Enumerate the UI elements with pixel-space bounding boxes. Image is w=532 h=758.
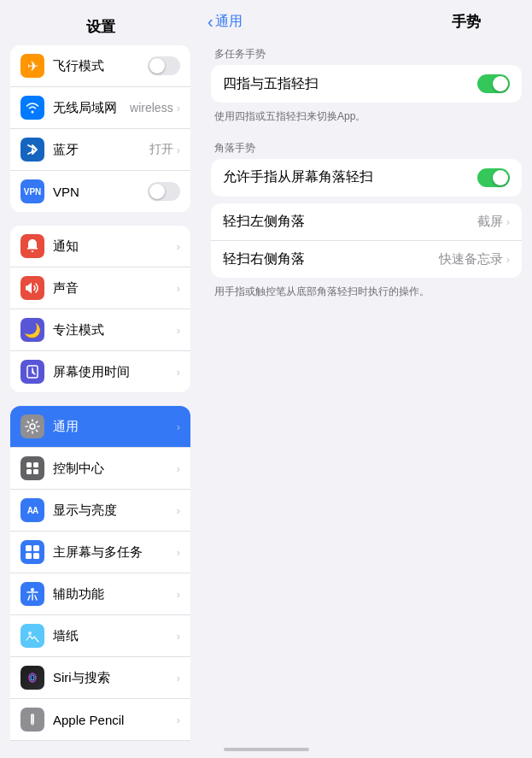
svg-rect-2	[26, 462, 32, 467]
svg-point-13	[31, 675, 34, 680]
sidebar-item-label: VPN	[53, 185, 148, 199]
right-panel-title: 手势	[452, 12, 481, 32]
pencil-icon	[20, 708, 44, 732]
chevron-icon: ›	[177, 324, 180, 337]
chevron-icon: ›	[506, 253, 510, 266]
chevron-icon: ›	[177, 144, 180, 156]
wallpaper-icon	[20, 624, 44, 648]
bluetooth-icon	[20, 138, 44, 162]
chevron-icon: ›	[177, 366, 180, 379]
sidebar-item-label: 显示与亮度	[53, 502, 177, 519]
sidebar-item-accessibility[interactable]: 辅助功能 ›	[10, 573, 190, 615]
back-chevron-icon: ‹	[208, 12, 213, 32]
right-section-swipe: 轻扫左侧角落 截屏 › 轻扫右侧角落 快速备忘录 › 用手指或触控笔从底部角落轻…	[201, 203, 532, 309]
sidebar-item-label: 蓝牙	[53, 142, 149, 158]
chevron-icon: ›	[177, 546, 180, 559]
sidebar-item-siri[interactable]: Siri与搜索 ›	[10, 657, 190, 699]
screentime-icon	[20, 360, 44, 384]
sidebar-item-focus[interactable]: 🌙 专注模式 ›	[10, 309, 190, 351]
row-label: 四指与五指轻扫	[223, 75, 477, 93]
main-container: 设置 ✈ 飞行模式 无线局域网 wireless ›	[0, 0, 532, 741]
row-label: 轻扫左侧角落	[223, 213, 477, 231]
sidebar-item-homescreen[interactable]: 主屏幕与多任务 ›	[10, 532, 190, 573]
sidebar-item-notify[interactable]: 通知 ›	[10, 226, 190, 267]
chevron-icon: ›	[177, 420, 180, 433]
section-header-corner: 角落手势	[201, 134, 532, 159]
wifi-value: wireless	[130, 101, 173, 115]
svg-point-11	[28, 632, 32, 635]
sidebar-item-bluetooth[interactable]: 蓝牙 打开 ›	[10, 129, 190, 171]
sidebar-item-label: 主屏幕与多任务	[53, 544, 177, 561]
sidebar-item-label: 飞行模式	[53, 58, 148, 74]
sidebar-item-general[interactable]: 通用 ›	[10, 406, 190, 448]
sidebar-section-general: 通用 › 控制中心 › AA 显示与亮度 ›	[10, 406, 190, 741]
sidebar-item-airplane[interactable]: ✈ 飞行模式	[10, 45, 190, 87]
right-section-box-corner: 允许手指从屏幕角落轻扫	[211, 159, 522, 197]
swipe-right-value: 快速备忘录	[439, 251, 503, 267]
right-section-corner: 角落手势 允许手指从屏幕角落轻扫	[201, 134, 532, 197]
svg-rect-8	[26, 553, 32, 559]
sidebar-section-connectivity: ✈ 飞行模式 无线局域网 wireless ›	[10, 45, 190, 212]
display-icon: AA	[20, 498, 44, 522]
sidebar-item-wallpaper[interactable]: 墙纸 ›	[10, 615, 190, 657]
sidebar-section-notifications: 通知 › 声音 › 🌙 专注模式 ›	[10, 226, 190, 392]
swipe-left-value: 截屏	[477, 214, 503, 230]
sidebar-item-pencil[interactable]: Apple Pencil ›	[10, 699, 190, 741]
back-button[interactable]: ‹ 通用	[208, 12, 243, 32]
airplane-icon: ✈	[20, 54, 44, 78]
sidebar-item-label: 控制中心	[53, 461, 177, 477]
section-footer-swipe: 用手指或触控笔从底部角落轻扫时执行的操作。	[201, 281, 532, 309]
chevron-icon: ›	[177, 282, 180, 295]
sidebar: 设置 ✈ 飞行模式 无线局域网 wireless ›	[0, 0, 201, 741]
right-header: ‹ 通用 手势	[201, 0, 532, 40]
vpn-toggle[interactable]	[148, 182, 180, 201]
right-panel: ‹ 通用 手势 多任务手势 四指与五指轻扫 使用四指或五指轻扫来切换App。 角…	[201, 0, 532, 741]
svg-rect-9	[33, 553, 39, 559]
corner-swipe-toggle[interactable]	[477, 168, 510, 187]
svg-rect-7	[33, 545, 39, 551]
sidebar-item-label: 无线局域网	[53, 100, 130, 116]
row-label: 允许手指从屏幕角落轻扫	[223, 168, 477, 186]
bluetooth-value: 打开	[149, 142, 173, 157]
svg-rect-6	[26, 545, 32, 551]
svg-rect-4	[26, 469, 32, 474]
right-row-swipe-left[interactable]: 轻扫左侧角落 截屏 ›	[211, 203, 522, 241]
sidebar-item-screentime[interactable]: 屏幕使用时间 ›	[10, 351, 190, 392]
sidebar-item-label: 屏幕使用时间	[53, 364, 177, 380]
four-five-toggle[interactable]	[477, 74, 510, 93]
bottom-bar	[0, 741, 532, 758]
siri-icon	[20, 666, 44, 690]
sidebar-item-sound[interactable]: 声音 ›	[10, 267, 190, 309]
chevron-icon: ›	[177, 714, 180, 726]
home-indicator	[224, 748, 309, 751]
right-section-box-swipe: 轻扫左侧角落 截屏 › 轻扫右侧角落 快速备忘录 ›	[211, 203, 522, 278]
sidebar-item-label: 墙纸	[53, 628, 177, 644]
svg-rect-3	[33, 462, 38, 467]
notify-icon	[20, 234, 44, 258]
sidebar-item-display[interactable]: AA 显示与亮度 ›	[10, 490, 190, 532]
sidebar-item-label: 声音	[53, 280, 177, 297]
chevron-icon: ›	[506, 215, 510, 228]
general-icon	[20, 414, 44, 438]
sidebar-item-wifi[interactable]: 无线局域网 wireless ›	[10, 87, 190, 129]
right-row-four-five[interactable]: 四指与五指轻扫	[211, 65, 522, 103]
airplane-toggle[interactable]	[148, 56, 180, 75]
chevron-icon: ›	[177, 462, 180, 475]
chevron-icon: ›	[177, 240, 180, 253]
right-row-corner-swipe[interactable]: 允许手指从屏幕角落轻扫	[211, 159, 522, 197]
sidebar-item-vpn[interactable]: VPN VPN	[10, 171, 190, 212]
sidebar-title: 设置	[0, 7, 201, 45]
wifi-icon	[20, 96, 44, 120]
back-label: 通用	[215, 13, 243, 31]
sidebar-item-label: 通知	[53, 238, 177, 255]
sidebar-item-label: 通用	[53, 419, 177, 435]
sidebar-item-label: Apple Pencil	[53, 713, 177, 727]
svg-point-1	[30, 424, 35, 429]
sidebar-item-controlcenter[interactable]: 控制中心 ›	[10, 448, 190, 490]
right-row-swipe-right[interactable]: 轻扫右侧角落 快速备忘录 ›	[211, 241, 522, 278]
sidebar-item-label: 辅助功能	[53, 586, 177, 602]
focus-icon: 🌙	[20, 318, 44, 342]
svg-rect-5	[33, 469, 38, 474]
vpn-icon: VPN	[20, 179, 44, 203]
chevron-icon: ›	[177, 672, 180, 685]
